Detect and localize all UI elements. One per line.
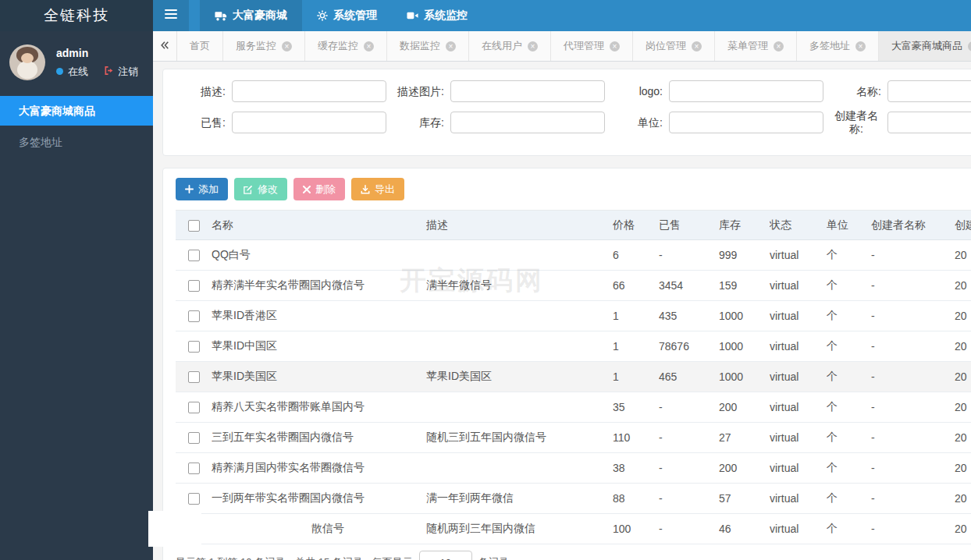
- tab-item[interactable]: 代理管理×: [551, 31, 633, 61]
- topbar-nav-item[interactable]: 系统监控: [392, 0, 482, 31]
- tab-item[interactable]: 数据监控×: [387, 31, 469, 61]
- close-icon[interactable]: ×: [282, 41, 292, 51]
- tab-item[interactable]: 大富豪商城商品×: [879, 31, 971, 61]
- pagination: 显示第 1 到第 10 条记录，总共 15 条记录 每页显示 10 条记录: [176, 551, 971, 560]
- table-row[interactable]: 精养满半年实名带圈国内微信号满半年微信号663454159virtual个-20: [176, 271, 971, 301]
- search-input[interactable]: [450, 112, 605, 133]
- cell-price: 1: [613, 362, 659, 392]
- row-checkbox[interactable]: [188, 280, 200, 292]
- cell-sold: -: [659, 514, 719, 544]
- cell-creator: -: [871, 453, 955, 484]
- menu-icon: [165, 9, 177, 23]
- row-checkbox[interactable]: [188, 371, 200, 383]
- table-row[interactable]: 苹果ID美国区苹果ID美国区14651000virtual个-20: [176, 362, 971, 392]
- table-row[interactable]: 三到五年实名带圈国内微信号随机三到五年国内微信号110-27virtual个-2…: [176, 423, 971, 453]
- tab-item[interactable]: 多签地址×: [797, 31, 879, 61]
- tab-item[interactable]: 岗位管理×: [633, 31, 715, 61]
- cell-sold: 435: [659, 301, 719, 331]
- search-field-group: 单位:: [613, 112, 831, 133]
- topbar-nav-item[interactable]: 系统管理: [302, 0, 392, 31]
- tab-item[interactable]: 首页: [177, 31, 223, 61]
- cell-unit: 个: [827, 301, 871, 331]
- cell-creator: -: [871, 240, 955, 271]
- cell-unit: 个: [827, 392, 871, 423]
- tab-item[interactable]: 缓存监控×: [305, 31, 387, 61]
- page-size-select[interactable]: 10: [419, 551, 472, 560]
- field-label: 库存:: [394, 116, 444, 129]
- gear-icon: [317, 10, 328, 21]
- edit-button[interactable]: 修改: [234, 178, 287, 200]
- search-field-group: 已售:: [176, 112, 394, 133]
- search-input[interactable]: [887, 112, 971, 133]
- table-row[interactable]: 苹果ID香港区14351000virtual个-20: [176, 301, 971, 331]
- search-input[interactable]: [669, 80, 823, 102]
- search-input[interactable]: [669, 112, 823, 133]
- search-input[interactable]: [887, 80, 971, 102]
- page-size-suffix: 条记录: [478, 555, 509, 560]
- table-row[interactable]: QQ白号6-999virtual个-20: [176, 240, 971, 271]
- cell-price: 66: [613, 271, 659, 301]
- column-header: 已售: [659, 211, 719, 240]
- row-checkbox[interactable]: [188, 250, 200, 261]
- cell-creator: -: [871, 331, 955, 362]
- field-label: logo:: [613, 85, 663, 98]
- close-icon[interactable]: ×: [446, 41, 456, 51]
- cell-status: virtual: [770, 362, 827, 392]
- close-icon[interactable]: ×: [364, 41, 374, 51]
- row-checkbox[interactable]: [188, 310, 200, 322]
- topbar-nav-label: 大富豪商城: [233, 9, 287, 23]
- search-input[interactable]: [232, 112, 386, 133]
- row-checkbox[interactable]: [188, 402, 200, 413]
- column-header: 价格: [613, 211, 659, 240]
- chevrons-left-icon: [160, 39, 169, 53]
- row-checkbox[interactable]: [188, 341, 200, 353]
- cell-status: virtual: [770, 271, 827, 301]
- sidebar-item-multisig-address[interactable]: 多签地址: [0, 127, 153, 157]
- table-row[interactable]: 精养满月国内带实名带圈微信号38-200virtual个-20: [176, 453, 971, 484]
- brand-logo[interactable]: 全链科技: [0, 0, 153, 31]
- sidebar-item-shop-products[interactable]: 大富豪商城商品: [0, 96, 153, 126]
- main-content: 描述:描述图片:logo:名称: 已售:库存:单位:创建者名称: 添加修改删除导…: [153, 62, 971, 560]
- cell-sold: -: [659, 423, 719, 453]
- tab-label: 在线用户: [482, 39, 522, 53]
- cell-price: 35: [613, 392, 659, 423]
- close-icon[interactable]: ×: [968, 41, 971, 51]
- close-icon[interactable]: ×: [692, 41, 702, 51]
- cell-desc: 随机三到五年国内微信号: [426, 423, 613, 453]
- delete-button[interactable]: 删除: [293, 178, 345, 200]
- cell-name: 苹果ID香港区: [212, 301, 426, 331]
- row-checkbox[interactable]: [188, 432, 200, 444]
- export-button[interactable]: 导出: [351, 178, 404, 200]
- collapse-tabs-button[interactable]: [153, 31, 177, 61]
- close-icon[interactable]: ×: [610, 41, 620, 51]
- close-icon[interactable]: ×: [528, 41, 538, 51]
- row-checkbox[interactable]: [188, 463, 200, 474]
- close-icon[interactable]: ×: [855, 41, 866, 51]
- tab-item[interactable]: 在线用户×: [469, 31, 551, 61]
- topbar-nav-item[interactable]: 大富豪商城: [200, 0, 302, 31]
- cell-stock: 1000: [719, 331, 770, 362]
- select-all-checkbox[interactable]: [188, 220, 200, 232]
- avatar[interactable]: [9, 44, 45, 80]
- column-header: 名称: [212, 211, 426, 240]
- edit-icon: [244, 185, 253, 194]
- tab-item[interactable]: 菜单管理×: [715, 31, 797, 61]
- logout-label: 注销: [118, 65, 138, 79]
- logout-button[interactable]: 注销: [104, 65, 138, 79]
- search-input[interactable]: [232, 80, 386, 102]
- cell-created: 20: [955, 301, 971, 331]
- search-input[interactable]: [450, 80, 605, 102]
- table-row[interactable]: 苹果ID中国区1786761000virtual个-20: [176, 331, 971, 362]
- close-icon[interactable]: ×: [774, 41, 784, 51]
- sidebar-toggle-button[interactable]: [153, 0, 189, 31]
- row-checkbox[interactable]: [188, 493, 200, 505]
- table-row[interactable]: 一到两年带实名带圈国内微信号满一年到两年微信88-57virtual个-20: [176, 484, 971, 514]
- cell-price: 88: [613, 484, 659, 514]
- field-label: 描述图片:: [394, 85, 444, 98]
- add-button[interactable]: 添加: [176, 178, 228, 200]
- table-row[interactable]: 精养八天实名带圈带账单国内号35-200virtual个-20: [176, 392, 971, 423]
- column-header: 状态: [770, 211, 827, 240]
- app-window: 全链科技 大富豪商城系统管理系统监控 admin 在线 注销: [0, 0, 971, 560]
- tab-item[interactable]: 服务监控×: [223, 31, 305, 61]
- table-row[interactable]: 散信号随机两到三年国内微信100-46virtual个-20: [176, 514, 971, 544]
